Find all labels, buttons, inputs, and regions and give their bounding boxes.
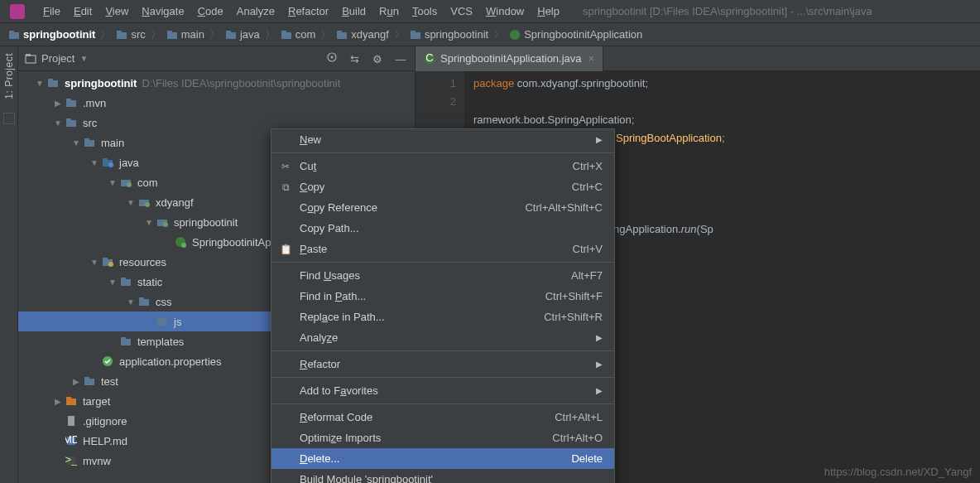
tree-arrow-icon[interactable]: ▼ — [108, 278, 118, 287]
menu-view[interactable]: View — [98, 5, 135, 17]
menu-label: Copy — [300, 181, 572, 193]
menu-run[interactable]: Run — [372, 5, 406, 17]
tree-label: mvnw — [83, 455, 111, 467]
tree-arrow-icon[interactable]: ▼ — [71, 138, 81, 147]
project-icon — [25, 53, 36, 65]
editor-tab[interactable]: C SpringbootinitApplication.java × — [416, 46, 603, 71]
menu-edit[interactable]: Edit — [67, 5, 98, 17]
menu-item[interactable]: Replace in Path...Ctrl+Shift+R — [271, 307, 614, 327]
code-line[interactable]: ramework.boot.SpringApplication; — [473, 111, 972, 129]
code-line[interactable]: package com.xdyangf.springbootinit; — [473, 75, 972, 93]
breadcrumb: springbootinit〉src〉main〉java〉com〉xdyangf… — [0, 23, 980, 46]
blank-icon — [278, 452, 293, 466]
menu-label: Find Usages — [300, 269, 571, 282]
blank-icon — [278, 331, 293, 345]
expand-all-icon[interactable]: ⇆ — [348, 52, 363, 67]
tree-label: springbootinit — [65, 77, 137, 89]
svg-rect-12 — [411, 32, 420, 39]
project-view-title[interactable]: Project — [41, 52, 74, 65]
menu-shortcut: Ctrl+Alt+L — [555, 411, 603, 423]
menu-separator — [271, 350, 614, 351]
menu-label: Optimize Imports — [300, 432, 552, 444]
menu-item[interactable]: Optimize ImportsCtrl+Alt+O — [271, 427, 614, 448]
hide-icon[interactable]: — — [393, 52, 408, 67]
menu-item[interactable]: Copy Path... — [271, 218, 614, 239]
tree-node--mvn[interactable]: ▶.mvn — [18, 93, 415, 113]
folder-icon — [156, 315, 169, 328]
svg-rect-53 — [66, 397, 71, 399]
tree-arrow-icon[interactable]: ▶ — [53, 99, 63, 108]
menu-item[interactable]: Copy ReferenceCtrl+Alt+Shift+C — [271, 197, 614, 218]
locate-icon[interactable] — [324, 50, 339, 65]
menu-item[interactable]: Delete...Delete — [271, 448, 614, 469]
breadcrumb-item[interactable]: 〉src — [95, 27, 145, 42]
svg-rect-25 — [84, 140, 94, 147]
bookmark-icon[interactable] — [3, 113, 15, 124]
menu-item[interactable]: Find in Path...Ctrl+Shift+F — [271, 286, 614, 307]
project-tool-label[interactable]: 1: Project — [3, 53, 15, 99]
menu-label: New — [300, 133, 596, 146]
tree-arrow-icon[interactable]: ▶ — [71, 377, 81, 386]
svg-rect-41 — [121, 279, 131, 286]
breadcrumb-item[interactable]: 〉java — [204, 27, 260, 42]
menu-shortcut: Delete — [571, 452, 603, 465]
menu-item[interactable]: ⧉CopyCtrl+C — [271, 176, 614, 197]
tree-arrow-icon[interactable]: ▼ — [126, 198, 136, 207]
folder-icon — [281, 29, 292, 41]
tree-arrow-icon[interactable]: ▶ — [53, 397, 63, 406]
blank-icon — [278, 384, 293, 398]
tree-label: HELP.md — [83, 435, 127, 447]
menu-build[interactable]: Build — [335, 5, 372, 17]
tree-arrow-icon[interactable]: ▼ — [35, 79, 45, 88]
breadcrumb-item[interactable]: springbootinit — [8, 28, 95, 41]
tree-label: resources — [119, 256, 166, 268]
menu-item[interactable]: Find UsagesAlt+F7 — [271, 265, 614, 286]
tree-label: test — [101, 375, 118, 388]
menu-item[interactable]: ✂CutCtrl+X — [271, 156, 614, 176]
context-menu[interactable]: New▶✂CutCtrl+X⧉CopyCtrl+CCopy ReferenceC… — [271, 128, 615, 483]
menu-item[interactable]: Build Module 'springbootinit' — [271, 469, 614, 483]
close-tab-icon[interactable]: × — [588, 52, 595, 65]
menu-vcs[interactable]: VCS — [444, 5, 479, 17]
menu-tools[interactable]: Tools — [406, 5, 444, 17]
menu-window[interactable]: Window — [479, 5, 531, 17]
breadcrumb-item[interactable]: 〉main — [146, 27, 204, 42]
menu-separator — [271, 377, 614, 378]
menu-item[interactable]: New▶ — [271, 129, 614, 150]
menu-item[interactable]: Add to Favorites▶ — [271, 380, 614, 401]
menu-item[interactable]: Reformat CodeCtrl+Alt+L — [271, 407, 614, 427]
blank-icon — [278, 432, 293, 445]
menu-code[interactable]: Code — [191, 5, 230, 17]
settings-icon[interactable]: ⚙ — [370, 52, 385, 67]
menu-item[interactable]: Analyze▶ — [271, 327, 614, 348]
breadcrumb-item[interactable]: 〉SpringbootinitApplication — [488, 27, 642, 42]
tree-label: static — [137, 276, 162, 288]
tree-arrow-icon[interactable]: ▼ — [126, 297, 136, 307]
svg-rect-9 — [281, 31, 286, 33]
tree-label: js — [174, 316, 181, 328]
menu-navigate[interactable]: Navigate — [135, 5, 190, 17]
svg-rect-4 — [167, 32, 177, 39]
blank-icon — [278, 358, 293, 371]
line-number: 2 — [416, 93, 456, 111]
breadcrumb-item[interactable]: 〉springbootinit — [389, 27, 488, 42]
tree-arrow-icon[interactable]: ▼ — [108, 178, 118, 187]
breadcrumb-item[interactable]: 〉com — [260, 27, 316, 42]
menu-analyze[interactable]: Analyze — [230, 5, 281, 17]
folder-icon — [8, 29, 20, 41]
menu-item[interactable]: Refactor▶ — [271, 354, 614, 374]
menu-file[interactable]: File — [36, 5, 67, 17]
menu-refactor[interactable]: Refactor — [281, 5, 335, 17]
breadcrumb-item[interactable]: 〉xdyangf — [315, 27, 389, 42]
menu-label: Reformat Code — [300, 411, 555, 423]
tree-arrow-icon[interactable]: ▼ — [53, 118, 63, 128]
menu-help[interactable]: Help — [531, 5, 566, 17]
tree-node-springbootinit[interactable]: ▼springbootinitD:\Files IDEA\springbooti… — [18, 73, 415, 93]
dropdown-icon[interactable]: ▼ — [79, 54, 88, 63]
tree-arrow-icon[interactable]: ▼ — [144, 218, 154, 227]
menu-item[interactable]: 📋PasteCtrl+V — [271, 239, 614, 259]
code-line[interactable] — [473, 93, 972, 111]
tree-arrow-icon[interactable]: ▼ — [89, 258, 99, 267]
main-menu-bar: FileEditViewNavigateCodeAnalyzeRefactorB… — [0, 0, 980, 23]
tree-arrow-icon[interactable]: ▼ — [89, 158, 99, 167]
